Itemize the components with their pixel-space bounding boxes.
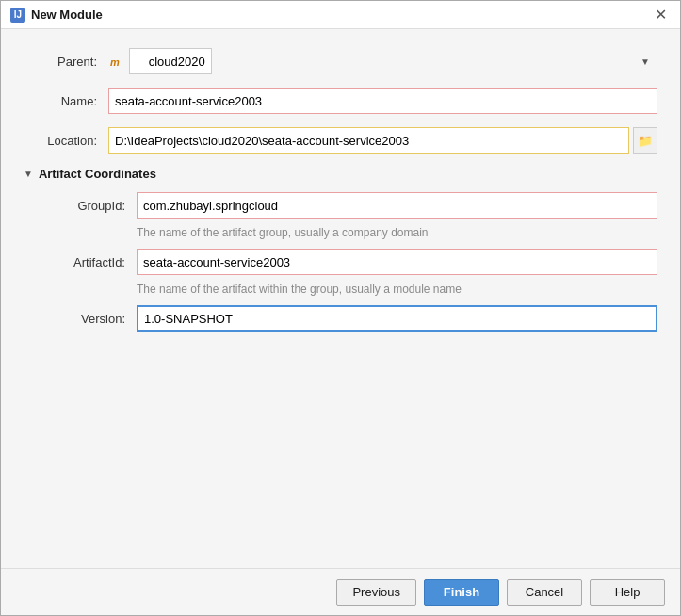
group-id-row: GroupId:	[52, 192, 657, 219]
artifact-id-control-wrap	[137, 249, 657, 275]
location-row: Location: 📁	[24, 127, 657, 154]
parent-select-wrap: m cloud2020 ▼	[108, 48, 657, 74]
parent-label: Parent:	[24, 55, 108, 69]
location-input[interactable]	[108, 127, 629, 154]
previous-button[interactable]: Previous	[336, 579, 416, 606]
cancel-button[interactable]: Cancel	[507, 579, 582, 606]
group-id-input[interactable]	[137, 192, 657, 219]
folder-browse-button[interactable]: 📁	[633, 127, 657, 154]
parent-row: Parent: m cloud2020 ▼	[24, 48, 657, 74]
collapse-arrow-icon[interactable]: ▼	[24, 169, 33, 179]
title-bar: IJ New Module ✕	[1, 1, 680, 29]
parent-control-wrap: m cloud2020 ▼	[108, 48, 657, 74]
group-id-hint: The name of the artifact group, usually …	[52, 226, 657, 239]
title-bar-left: IJ New Module	[10, 8, 103, 23]
group-id-control-wrap	[137, 192, 657, 219]
artifact-id-row: ArtifactId:	[52, 249, 657, 275]
module-icon: m	[108, 56, 122, 69]
version-label: Version:	[52, 312, 137, 326]
artifact-id-hint: The name of the artifact within the grou…	[52, 283, 657, 296]
app-icon: IJ	[10, 8, 25, 23]
artifact-section-header: ▼ Artifact Coordinates	[24, 167, 657, 181]
dialog-footer: Previous Finish Cancel Help	[1, 568, 680, 615]
version-row: Version:	[52, 305, 657, 332]
artifact-section-body: GroupId: The name of the artifact group,…	[24, 192, 657, 332]
close-button[interactable]: ✕	[651, 8, 671, 23]
chevron-down-icon: ▼	[640, 57, 650, 67]
finish-button[interactable]: Finish	[424, 579, 499, 606]
name-row: Name:	[24, 88, 657, 114]
parent-select[interactable]: cloud2020	[129, 48, 212, 74]
name-control-wrap	[108, 88, 657, 114]
location-control-wrap: 📁	[108, 127, 657, 154]
version-input[interactable]	[137, 305, 657, 332]
new-module-dialog: IJ New Module ✕ Parent: m cloud2020 ▼ Na…	[0, 0, 681, 616]
window-title: New Module	[31, 8, 103, 22]
name-input[interactable]	[108, 88, 657, 114]
location-label: Location:	[24, 134, 108, 148]
folder-icon: 📁	[638, 134, 653, 148]
help-button[interactable]: Help	[590, 579, 665, 606]
artifact-id-input[interactable]	[137, 249, 657, 275]
artifact-id-label: ArtifactId:	[52, 255, 137, 269]
artifact-section-title: Artifact Coordinates	[39, 167, 156, 181]
group-id-label: GroupId:	[52, 199, 137, 213]
name-label: Name:	[24, 94, 108, 108]
dialog-body: Parent: m cloud2020 ▼ Name: Location:	[1, 29, 680, 568]
version-control-wrap	[137, 305, 657, 332]
